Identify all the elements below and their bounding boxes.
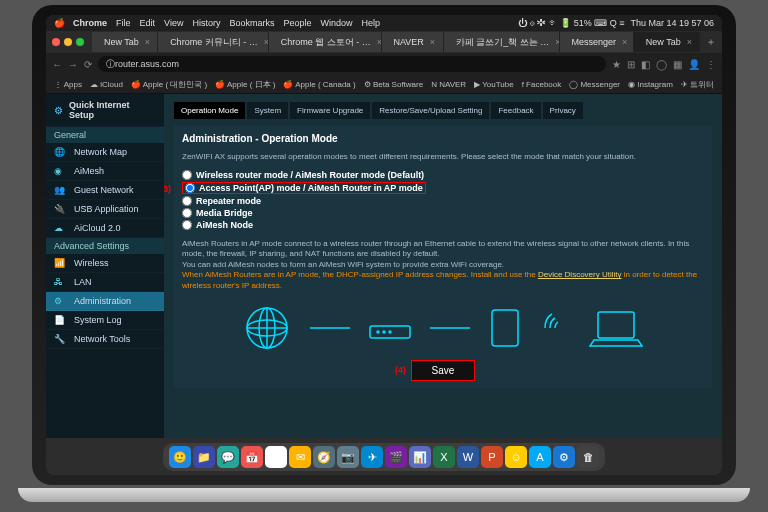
dock-app[interactable]: 14 <box>265 446 287 468</box>
sidebar-item[interactable]: 🔌USB Application <box>46 200 164 219</box>
mode-radio[interactable]: Wireless router mode / AiMesh Router mod… <box>182 169 704 181</box>
topology-diagram <box>182 303 704 353</box>
bookmark-item[interactable]: N NAVER <box>431 80 466 89</box>
mode-radio[interactable]: Media Bridge <box>182 207 704 219</box>
ext-icon[interactable]: ⊞ <box>627 59 635 70</box>
url-input[interactable]: ⓘ router.asus.com <box>98 56 606 72</box>
sidebar-item[interactable]: 🌐Network Map <box>46 143 164 162</box>
bookmark-item[interactable]: ⚙ Beta Software <box>364 80 423 89</box>
save-button[interactable]: Save <box>412 361 475 380</box>
bookmark-item[interactable]: ⋮ Apps <box>54 80 82 89</box>
dock-app[interactable]: ✉ <box>289 446 311 468</box>
step-marker-3: (3) <box>164 184 171 194</box>
bookmark-item[interactable]: ▶ YouTube <box>474 80 514 89</box>
mode-info: AiMesh Routers in AP mode connect to a w… <box>182 239 704 291</box>
sidebar-item[interactable]: 📶Wireless <box>46 254 164 273</box>
bookmark-item[interactable]: 🍎 Apple ( 대한민국 ) <box>131 79 207 90</box>
dock-app[interactable]: 📊 <box>409 446 431 468</box>
new-tab-button[interactable]: ＋ <box>700 35 722 49</box>
settings-tab[interactable]: Firmware Upgrade <box>290 102 370 119</box>
menu-help[interactable]: Help <box>361 18 380 28</box>
browser-tab[interactable]: New Tab× <box>92 32 158 52</box>
dock-app[interactable]: 💬 <box>217 446 239 468</box>
browser-tab[interactable]: Chrome 커뮤니티 - …× <box>158 32 269 52</box>
dock-app[interactable]: 📅 <box>241 446 263 468</box>
dock-app[interactable]: 🧭 <box>313 446 335 468</box>
settings-tab[interactable]: Privacy <box>543 102 583 119</box>
apple-menu[interactable]: 🍎 <box>54 18 65 28</box>
svg-rect-12 <box>598 312 634 338</box>
sidebar-item[interactable]: 🖧LAN <box>46 273 164 292</box>
mode-radio[interactable]: Repeater mode <box>182 195 704 207</box>
reload-button[interactable]: ⟳ <box>84 59 92 70</box>
sidebar-section: Advanced Settings <box>46 238 164 254</box>
dock-app[interactable]: P <box>481 446 503 468</box>
macos-menubar: 🍎 Chrome File Edit View History Bookmark… <box>46 15 722 31</box>
settings-tab[interactable]: Restore/Save/Upload Setting <box>372 102 489 119</box>
bookmark-item[interactable]: ◉ Instagram <box>628 80 673 89</box>
mode-radio[interactable]: AiMesh Node <box>182 219 704 231</box>
menu-window[interactable]: Window <box>320 18 352 28</box>
sidebar-section: General <box>46 127 164 143</box>
ext-icon-2[interactable]: ◧ <box>641 59 650 70</box>
extensions-icon[interactable]: ★ <box>612 59 621 70</box>
bookmarks-bar: ⋮ Apps☁ iCloud🍎 Apple ( 대한민국 )🍎 Apple ( … <box>46 75 722 94</box>
wifi-icon <box>540 308 570 348</box>
browser-tabs: New Tab×Chrome 커뮤니티 - …×Chrome 웹 스토어 - …… <box>46 31 722 53</box>
ext-icon-3[interactable]: ◯ <box>656 59 667 70</box>
sidebar-item[interactable]: 👥Guest Network <box>46 181 164 200</box>
dock-app[interactable]: 📁 <box>193 446 215 468</box>
browser-tab[interactable]: Messenger× <box>560 32 634 52</box>
bookmark-item[interactable]: ☁ iCloud <box>90 80 123 89</box>
forward-button[interactable]: → <box>68 59 78 70</box>
dock-app[interactable]: X <box>433 446 455 468</box>
bookmark-item[interactable]: 🍎 Apple ( Canada ) <box>283 80 355 89</box>
discovery-link[interactable]: Device Discovery Utility <box>538 270 622 279</box>
browser-tab[interactable]: Chrome 웹 스토어 - …× <box>269 32 382 52</box>
sidebar-item[interactable]: 📄System Log <box>46 311 164 330</box>
bookmark-item[interactable]: ◯ Messenger <box>569 80 620 89</box>
status-icons[interactable]: ⏻ ⊙ ✲ ᯤ 🔋 51% ⌨ Q ≡ <box>518 18 624 28</box>
bookmark-item[interactable]: 🍎 Apple ( 日本 ) <box>215 79 275 90</box>
settings-tab[interactable]: Operation Mode <box>174 102 245 119</box>
dock-app[interactable]: 🎬 <box>385 446 407 468</box>
sidebar-item[interactable]: ⚙Administration <box>46 292 164 311</box>
menu-view[interactable]: View <box>164 18 183 28</box>
page-description: ZenWIFI AX supports several operation mo… <box>182 152 704 161</box>
dock-app[interactable]: ⚙ <box>553 446 575 468</box>
app-name[interactable]: Chrome <box>73 18 107 28</box>
menu-people[interactable]: People <box>283 18 311 28</box>
svg-point-7 <box>377 331 379 333</box>
page-title: Administration - Operation Mode <box>182 133 704 144</box>
sidebar-item[interactable]: ☁AiCloud 2.0 <box>46 219 164 238</box>
dock-app[interactable]: W <box>457 446 479 468</box>
window-controls[interactable] <box>52 38 84 46</box>
menu-edit[interactable]: Edit <box>140 18 156 28</box>
dock-app[interactable]: 📷 <box>337 446 359 468</box>
clock[interactable]: Thu Mar 14 19 57 06 <box>630 18 714 28</box>
ext-icon-4[interactable]: ▦ <box>673 59 682 70</box>
menu-bookmarks[interactable]: Bookmarks <box>229 18 274 28</box>
browser-tab[interactable]: New Tab× <box>634 32 700 52</box>
settings-tab[interactable]: Feedback <box>491 102 540 119</box>
dock-app[interactable]: 🙂 <box>169 446 191 468</box>
bookmark-item[interactable]: f Facebook <box>522 80 562 89</box>
settings-tab[interactable]: System <box>247 102 288 119</box>
menu-history[interactable]: History <box>192 18 220 28</box>
mode-radio[interactable]: (3) Access Point(AP) mode / AiMesh Route… <box>182 181 704 195</box>
dock-app[interactable]: 🗑 <box>577 446 599 468</box>
sidebar-item[interactable]: 🔧Network Tools <box>46 330 164 349</box>
dock-app[interactable]: A <box>529 446 551 468</box>
back-button[interactable]: ← <box>52 59 62 70</box>
profile-icon[interactable]: 👤 <box>688 59 700 70</box>
browser-tab[interactable]: 카페 글쓰기_책 쓰는 …× <box>444 32 560 52</box>
menu-icon[interactable]: ⋮ <box>706 59 716 70</box>
sidebar-item[interactable]: ◉AiMesh <box>46 162 164 181</box>
dock-app[interactable]: ✈ <box>361 446 383 468</box>
bookmark-item[interactable]: ✈ 트위터 <box>681 79 714 90</box>
quick-setup[interactable]: ⚙ Quick Internet Setup <box>46 94 164 127</box>
browser-tab[interactable]: NAVER× <box>382 32 444 52</box>
dock-app[interactable]: ☺ <box>505 446 527 468</box>
menu-file[interactable]: File <box>116 18 131 28</box>
address-bar-row: ← → ⟳ ⓘ router.asus.com ★ ⊞ ◧ ◯ ▦ 👤 ⋮ <box>46 53 722 75</box>
